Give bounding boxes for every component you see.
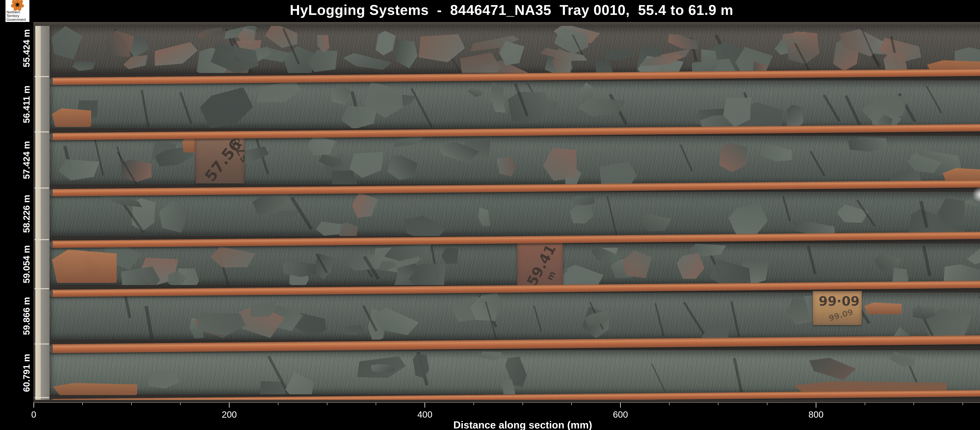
tray-bottom-edge [33,400,980,403]
nt-government-logo: Northern Territory Government [5,0,29,22]
tray-plastic-patch [52,249,117,283]
depth-label: 59.866 m [21,289,32,342]
depth-label: 58.226 m [21,187,32,240]
x-axis-tick-label: 200 [214,409,245,420]
x-axis-tick-label: 600 [605,409,636,420]
x-axis-minor-tick [474,403,474,405]
x-axis-minor-tick [327,403,327,405]
x-axis-minor-tick [571,403,572,405]
depth-block-handwriting: 99·09 [819,294,860,309]
photo-stitch-seam [35,288,49,289]
tray-left-wall-cream [35,26,41,401]
x-axis-minor-tick [82,403,83,405]
x-axis-major-tick [33,403,34,408]
x-axis-minor-tick [131,403,132,405]
photo-stitch-seam [35,131,49,133]
flash-highlight [972,187,980,203]
tray-left-wall-grey [41,26,49,401]
tray-plastic-patch [864,302,902,314]
x-axis-minor-tick [278,403,278,405]
depth-label: 60.791 m [21,347,32,400]
nt-logo-line: Territory [6,14,26,18]
x-axis-title: Distance along section (mm) [33,419,980,430]
x-axis-minor-tick [523,403,523,405]
depth-block-57-56: 57.56 57.56 [196,134,244,184]
nt-logo-text: Northern Territory Government [6,10,26,22]
depth-block-59-41: 59.41 m [517,241,563,287]
depth-label: 59.054 m [21,238,32,291]
tray-plastic-patch [52,108,91,127]
core-row-4 [49,192,980,236]
photo-stitch-seam [35,239,49,240]
photo-stitch-seam [35,344,49,344]
figure-title: HyLogging Systems - 8446471_NA35 Tray 00… [0,2,980,18]
depth-block-99-09: 99·09 99.09 [813,291,862,325]
photo-stitch-seam [35,76,49,77]
x-axis-minor-tick [913,403,914,405]
photo-stitch-seam [35,397,49,398]
depth-label: 55.424 m [21,22,32,75]
core-row-2 [49,80,980,128]
x-axis-tick-label: 400 [409,409,441,420]
core-row-5 [49,243,980,285]
x-axis-minor-tick [669,403,670,405]
nt-flower-icon [8,0,27,11]
x-axis-minor-tick [865,403,865,405]
x-axis-major-tick [620,403,621,408]
x-axis-minor-tick [376,403,376,405]
photo-stitch-seam [35,187,49,189]
depth-label: 56.411 m [21,78,32,131]
nt-logo-line: Government [6,18,26,22]
x-axis-minor-tick [180,403,180,405]
tray-top-wall [33,22,980,26]
x-axis-minor-tick [718,403,718,405]
core-row-1 [49,26,980,73]
x-axis-minor-tick [963,403,963,405]
x-axis-major-tick [425,403,425,408]
x-axis-tick-label: 800 [800,409,832,420]
depth-block-handwriting: 99.09 [828,307,854,323]
core-tray-photo: 57.56 57.56 59.41 m 99·09 99.09 [33,22,980,403]
x-axis-minor-tick [767,403,767,405]
tray-plastic-patch [53,383,137,395]
depth-label: 57.424 m [21,134,32,187]
nt-logo-line: Northern [6,10,26,14]
x-axis-major-tick [229,403,229,408]
tray-left-wall-edge [33,26,35,401]
x-axis-tick-label: 0 [18,409,49,420]
x-axis-major-tick [816,403,816,408]
hylogging-core-tray-figure: HyLogging Systems - 8446471_NA35 Tray 00… [0,0,980,430]
